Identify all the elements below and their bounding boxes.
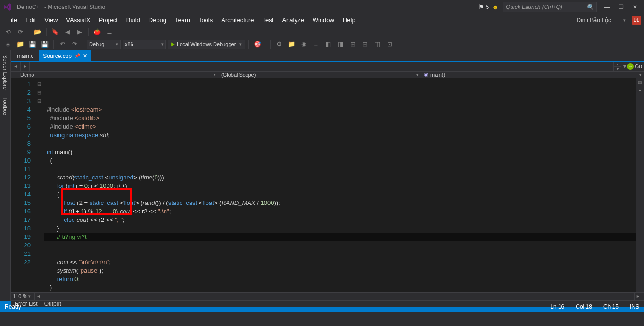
document-tabs: main.c Source.cpp 📌 ✕ xyxy=(11,50,644,62)
menu-vassistx[interactable]: VAssistX xyxy=(62,15,94,25)
scroll-left-icon[interactable]: ◄ xyxy=(35,293,42,300)
user-name[interactable]: Đinh Bảo Lộc xyxy=(572,16,615,25)
toolbar-standard: ⟲ ⟳ 📂 🔖 ◀ ▶ 🍅 ≣ xyxy=(0,26,644,38)
editor-right-strip: ▤ ▲ xyxy=(636,78,644,292)
tb-icon-10[interactable]: ⊡ xyxy=(384,39,395,49)
tb-icon-3[interactable]: ◉ xyxy=(298,39,309,49)
tb-icon-8[interactable]: ⊟ xyxy=(360,39,370,49)
function-label: main() xyxy=(430,72,445,78)
status-ins: INS xyxy=(630,303,639,310)
function-icon: ◉ xyxy=(424,72,429,78)
open-icon[interactable]: 📁 xyxy=(15,39,25,49)
save-all-icon[interactable]: 💾 xyxy=(40,39,50,49)
menu-architecture[interactable]: Architecture xyxy=(217,15,258,25)
nav-up-icon[interactable]: ▲ xyxy=(614,62,621,66)
save-icon[interactable]: 💾 xyxy=(27,39,38,49)
go-icon[interactable]: → xyxy=(627,63,634,70)
scope-bar: Demo (Global Scope) ◉ main() xyxy=(11,72,644,78)
user-avatar[interactable]: ĐL xyxy=(632,16,641,25)
tb-icon-6[interactable]: ◨ xyxy=(335,39,346,49)
solution-config-combo[interactable]: Debug xyxy=(87,40,121,49)
nav-down-icon[interactable]: ▼ xyxy=(614,66,621,71)
server-explorer-tab[interactable]: Server Explorer xyxy=(1,52,9,94)
open-file-icon[interactable]: 📂 xyxy=(33,27,43,37)
namespace-scope-combo[interactable]: (Global Scope) xyxy=(218,72,421,78)
nav-left-icon[interactable]: ◄ xyxy=(11,62,20,71)
prev-bookmark-icon[interactable]: ◀ xyxy=(62,27,73,37)
tb-icon-2[interactable]: 📁 xyxy=(286,39,297,49)
notif-count: 5 xyxy=(486,4,489,10)
play-icon: ▶ xyxy=(171,41,175,47)
menu-test[interactable]: Test xyxy=(258,15,278,25)
menu-team[interactable]: Team xyxy=(171,15,194,25)
code-editor[interactable]: 12345678910111213141516171819202122 ⊟⊟⊟ … xyxy=(11,78,644,292)
menu-debug[interactable]: Debug xyxy=(144,15,171,25)
tb-icon-4[interactable]: ≡ xyxy=(311,39,321,49)
bottom-tool-tabs: Error List Output xyxy=(11,300,644,307)
close-tab-icon[interactable]: ✕ xyxy=(83,53,87,59)
toolbar-debug: ◈ 📁 💾 💾 ↶ ↷ Debug x86 ▶ Local Windows De… xyxy=(0,38,644,50)
project-name: Demo xyxy=(20,72,34,78)
menu-window[interactable]: Window xyxy=(308,15,339,25)
menu-analyze[interactable]: Analyze xyxy=(278,15,308,25)
tab-source-cpp[interactable]: Source.cpp 📌 ✕ xyxy=(39,50,91,61)
code-content[interactable]: #include <iostream> #include <cstdlib> #… xyxy=(44,78,636,292)
fold-column[interactable]: ⊟⊟⊟ xyxy=(34,78,44,292)
tb-icon-9[interactable]: ◫ xyxy=(372,39,382,49)
menu-tools[interactable]: Tools xyxy=(194,15,217,25)
window-title: DemoC++ - Microsoft Visual Studio xyxy=(17,4,105,10)
tb-icon-5[interactable]: ◧ xyxy=(323,39,333,49)
status-line: Ln 16 xyxy=(550,303,564,310)
minimize-button[interactable]: — xyxy=(600,2,614,12)
menu-project[interactable]: Project xyxy=(94,15,122,25)
menu-help[interactable]: Help xyxy=(339,15,360,25)
tab-label: main.c xyxy=(17,53,33,59)
menu-file[interactable]: File xyxy=(3,15,21,25)
function-scope-combo[interactable]: ◉ main() xyxy=(421,72,644,78)
status-col: Col 18 xyxy=(576,303,592,310)
close-button[interactable]: ✕ xyxy=(628,2,642,12)
hscrollbar[interactable]: ◄ ► xyxy=(34,293,642,300)
project-scope-combo[interactable]: Demo xyxy=(11,72,218,78)
va-icon[interactable]: 🍅 xyxy=(92,27,102,37)
indent-icon[interactable]: ≣ xyxy=(104,27,115,37)
new-project-icon[interactable]: ◈ xyxy=(3,39,13,49)
tab-main-c[interactable]: main.c xyxy=(13,50,38,61)
redo-icon[interactable]: ↷ xyxy=(69,39,80,49)
menu-build[interactable]: Build xyxy=(122,15,144,25)
maximize-button[interactable]: ❐ xyxy=(614,2,628,12)
titlebar: DemoC++ - Microsoft Visual Studio ⚑ 5 ☻ … xyxy=(0,0,644,14)
next-bookmark-icon[interactable]: ▶ xyxy=(74,27,85,37)
feedback-icon[interactable]: ☻ xyxy=(492,3,499,11)
bookmark-icon[interactable]: 🔖 xyxy=(50,27,60,37)
platform-combo[interactable]: x86 xyxy=(123,40,166,49)
search-icon: 🔍 xyxy=(586,4,594,10)
scroll-up-icon[interactable]: ▲ xyxy=(637,87,644,93)
project-icon xyxy=(14,73,18,77)
nav-fwd-icon[interactable]: ⟳ xyxy=(15,27,25,37)
notifications[interactable]: ⚑ 5 xyxy=(479,3,489,10)
nav-right-icon[interactable]: ► xyxy=(20,62,30,71)
start-label: Local Windows Debugger xyxy=(177,41,236,47)
nav-combo[interactable] xyxy=(31,62,614,71)
output-tab[interactable]: Output xyxy=(44,301,61,307)
quick-launch-input[interactable]: Quick Launch (Ctrl+Q) 🔍 xyxy=(503,2,597,12)
undo-icon[interactable]: ↶ xyxy=(57,39,67,49)
toolbox-tab[interactable]: Toolbox xyxy=(1,95,9,118)
tb-icon-7[interactable]: ⊞ xyxy=(347,39,358,49)
annotation-redbox xyxy=(61,188,132,215)
quick-launch-placeholder: Quick Launch (Ctrl+Q) xyxy=(506,4,562,10)
start-debug-button[interactable]: ▶ Local Windows Debugger ▾ xyxy=(168,40,245,49)
zoom-value: 110 % xyxy=(13,293,27,299)
menu-view[interactable]: View xyxy=(40,15,62,25)
line-gutter: 12345678910111213141516171819202122 xyxy=(11,78,34,292)
zoom-combo[interactable]: 110 % ▾ xyxy=(13,293,31,299)
status-ready: Ready xyxy=(5,303,21,310)
menu-edit[interactable]: Edit xyxy=(21,15,40,25)
pin-icon[interactable]: 📌 xyxy=(74,53,80,58)
split-icon[interactable]: ▤ xyxy=(637,79,644,86)
nav-back-icon[interactable]: ⟲ xyxy=(3,27,13,37)
attach-icon[interactable]: 🎯 xyxy=(252,39,263,49)
scroll-right-icon[interactable]: ► xyxy=(634,293,642,300)
tb-icon-1[interactable]: ⚙ xyxy=(274,39,284,49)
